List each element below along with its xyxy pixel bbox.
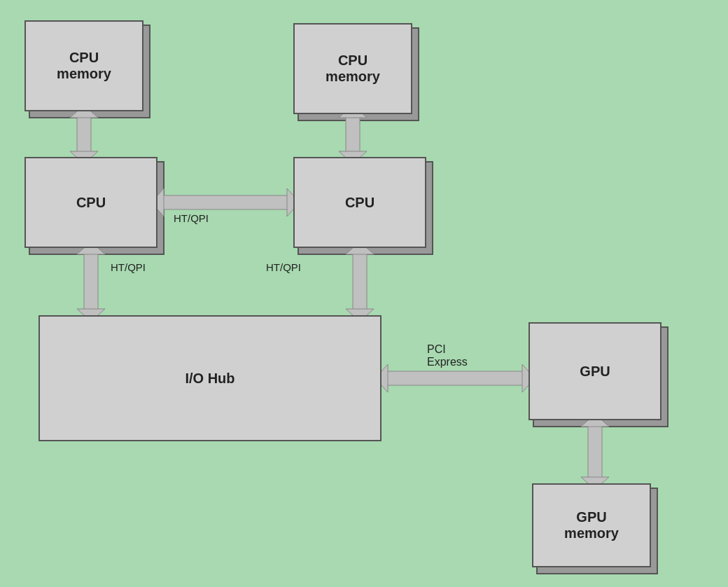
- cpu-right-label: CPU: [345, 195, 374, 211]
- cpu-right: CPU: [293, 157, 426, 248]
- cpu-memory-right-label: CPU memory: [326, 53, 380, 85]
- svg-rect-13: [84, 250, 98, 312]
- io-hub-label: I/O Hub: [185, 371, 234, 387]
- pci-express-label: PCI Express: [427, 343, 468, 368]
- svg-rect-19: [384, 371, 526, 385]
- gpu: GPU: [528, 322, 662, 420]
- cpu-memory-left: CPU memory: [24, 20, 144, 111]
- svg-rect-7: [346, 113, 360, 154]
- svg-rect-4: [77, 113, 91, 154]
- gpu-memory: GPU memory: [532, 483, 651, 567]
- gpu-label: GPU: [580, 364, 610, 380]
- cpu-memory-left-label: CPU memory: [57, 50, 111, 82]
- ht-qpi-horizontal-label: HT/QPI: [174, 212, 209, 224]
- svg-rect-16: [353, 250, 367, 312]
- svg-rect-10: [160, 195, 291, 209]
- gpu-memory-label: GPU memory: [564, 509, 619, 541]
- cpu-left: CPU: [24, 157, 158, 248]
- io-hub: I/O Hub: [38, 315, 382, 441]
- svg-rect-22: [588, 422, 602, 480]
- ht-qpi-left-label: HT/QPI: [111, 261, 146, 273]
- ht-qpi-right-label: HT/QPI: [266, 261, 301, 273]
- cpu-left-label: CPU: [76, 195, 106, 211]
- cpu-memory-right: CPU memory: [293, 23, 412, 114]
